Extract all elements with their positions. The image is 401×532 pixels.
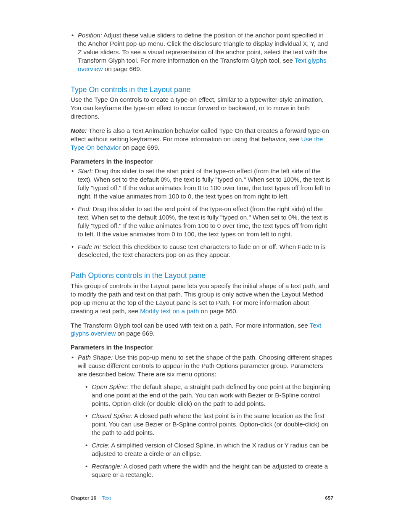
body-text: There is also a Text Animation behavior … [71,127,329,143]
footer-section: Text [102,495,111,501]
param-label: Position: [78,32,102,39]
param-label: Open Spline: [92,383,128,390]
body-text: Drag this slider to set the end point of… [78,205,328,238]
path-shape-list: Path Shape: Use this pop-up menu to set … [71,353,333,479]
link-modify-text-on-path[interactable]: Modify text on a path [140,307,199,315]
body-text: on page 669. [103,65,142,72]
body-text: The Transform Glyph tool can be used wit… [71,321,333,338]
type-on-params-list: Start: Drag this slider to set the start… [71,167,333,259]
heading-type-on: Type On controls in the Layout pane [71,85,333,95]
param-label: Circle: [92,442,110,449]
page-footer: Chapter 16 Text 657 [71,495,333,502]
body-text: A closed path where the width and the he… [92,463,328,478]
body-text: Adjust these value sliders to define the… [78,32,328,64]
param-label: End: [78,205,91,212]
content-column: Position: Adjust these value sliders to … [71,31,333,483]
footer-page-number: 657 [325,495,333,502]
heading-path-options: Path Options controls in the Layout pane [71,271,333,281]
type-on-section: Type On controls in the Layout pane Use … [71,85,333,259]
body-text: on page 699. [121,144,159,151]
body-text: A simplified version of Closed Spline, i… [92,442,328,457]
body-text: Select this checkbox to cause text chara… [78,243,326,259]
parameters-subhead: Parameters in the Inspector [71,158,333,166]
body-text: Drag this slider to set the start point … [78,167,330,200]
list-item: Fade In: Select this checkbox to cause t… [71,243,333,259]
body-text: on page 669. [116,330,154,337]
param-label: Rectangle: [92,463,122,470]
position-bullet-list: Position: Adjust these value sliders to … [71,31,333,73]
list-item: Closed Spline: A closed path where the l… [84,412,333,437]
list-item: Open Spline: The default shape, a straig… [84,383,333,408]
param-label: Path Shape: [78,354,113,361]
footer-chapter: Chapter 16 [71,495,96,501]
body-text: This group of controls in the Layout pan… [71,282,333,315]
list-item: Start: Drag this slider to set the start… [71,167,333,201]
page: Position: Adjust these value sliders to … [0,0,401,532]
param-label: Fade In: [78,243,101,250]
path-shape-options-list: Open Spline: The default shape, a straig… [78,383,333,479]
param-label: Start: [78,167,93,175]
list-item: Position: Adjust these value sliders to … [71,31,333,73]
body-text: on page 660. [199,307,237,315]
list-item: Circle: A simplified version of Closed S… [84,441,333,458]
note-paragraph: Note: There is also a Text Animation beh… [71,127,333,152]
param-label: Closed Spline: [92,412,132,419]
list-item: Path Shape: Use this pop-up menu to set … [71,353,333,479]
parameters-subhead: Parameters in the Inspector [71,344,333,352]
body-text: Use this pop-up menu to set the shape of… [78,354,332,378]
body-text: The Transform Glyph tool can be used wit… [71,322,310,329]
list-item: Rectangle: A closed path where the width… [84,462,333,479]
body-text: Use the Type On controls to create a typ… [71,95,333,121]
list-item: End: Drag this slider to set the end poi… [71,205,333,238]
note-label: Note: [71,127,87,134]
path-options-section: Path Options controls in the Layout pane… [71,271,333,479]
